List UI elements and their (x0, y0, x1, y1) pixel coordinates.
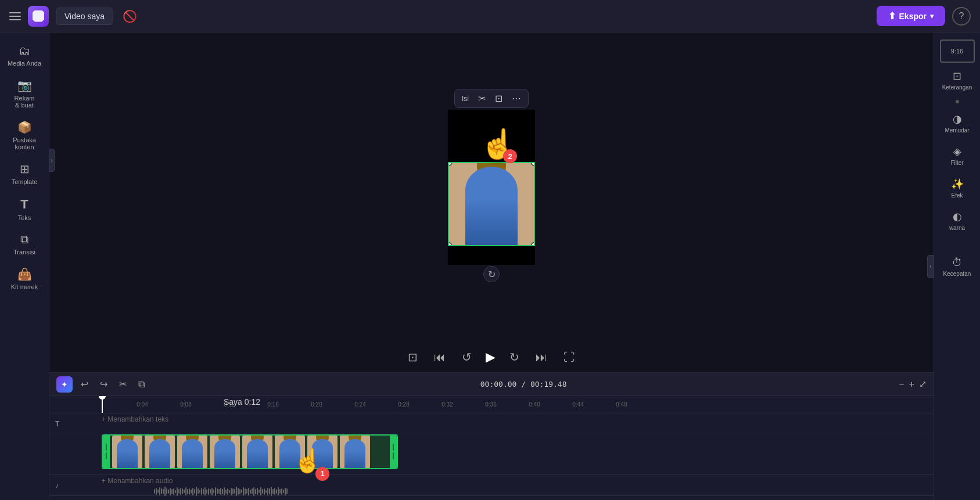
playback-controls: ⊡ ⏮ ↺ ▶ ↻ ⏭ ⛶ (49, 342, 934, 372)
back5-button[interactable]: ↺ (460, 348, 474, 366)
fit-button[interactable]: ⊡ (493, 92, 505, 105)
fwd5-button[interactable]: ↻ (507, 348, 522, 366)
timeline-label-text: Saya 0:12 (224, 397, 260, 407)
audio-track-icon: ♪ (55, 481, 59, 490)
aspect-ratio-button[interactable]: 9:16 (940, 39, 975, 63)
resize-handle-tl[interactable] (448, 162, 452, 166)
video-track-content: ☝ 1 (102, 434, 934, 475)
ruler-label-11: 0:48 (616, 401, 627, 408)
video-frame[interactable] (448, 162, 535, 246)
content-area: Isi ✂ ⊡ ⋯ (49, 33, 934, 500)
audio-track-content: + Menambahkan audio (102, 475, 934, 495)
play-button[interactable]: ▶ (486, 350, 496, 365)
audio-track-row: ♪ + Menambahkan audio (49, 475, 934, 496)
badge-1: 1 (315, 467, 329, 481)
topbar: Video saya 🚫 ⬆ Ekspor ▾ ? (0, 0, 980, 33)
divider-1 (956, 100, 959, 103)
right-panel-collapse[interactable]: ‹ (927, 255, 934, 278)
ruler-label-9: 0:40 (529, 401, 540, 408)
track-rows: T + Menambahkan teks (49, 413, 934, 500)
subtitle-toggle[interactable]: ⊡ (405, 348, 420, 366)
clip-thumb-8 (340, 436, 370, 468)
ruler-label-1: 0:08 (180, 401, 191, 408)
fullscreen-button[interactable]: ⛶ (561, 348, 577, 366)
clip-thumb-4 (210, 436, 240, 468)
sidebar-item-template[interactable]: ⊞ Template (3, 157, 45, 190)
prev-button[interactable]: ⏮ (432, 348, 448, 366)
ruler-label-5: 0:24 (354, 401, 365, 408)
right-item-fade[interactable]: ◑ Memudar (937, 108, 978, 138)
undo-button[interactable]: ↩ (77, 376, 92, 392)
clip-thumb-6 (275, 436, 305, 468)
expand-button[interactable]: ⤢ (919, 379, 927, 390)
sidebar-item-transition[interactable]: ⧉ Transisi (3, 228, 45, 260)
timeline-area: ✦ ↩ ↪ ✂ ⧉ 00:00.00 / 00:19.48 − + ⤢ (49, 372, 934, 500)
video-clip[interactable] (102, 434, 398, 469)
badge-2: 2 (503, 149, 517, 163)
help-button[interactable]: ? (952, 7, 971, 26)
zoom-out-button[interactable]: − (899, 379, 904, 390)
export-button[interactable]: ⬆ Ekspor ▾ (877, 6, 945, 26)
crop-button[interactable]: ✂ (476, 92, 488, 105)
timeline-time: 00:00.00 / 00:19.48 (480, 380, 567, 389)
video-canvas-container: Isi ✂ ⊡ ⋯ (448, 110, 535, 265)
audio-track-label: ♪ (49, 481, 102, 490)
add-audio-button[interactable]: + Menambahkan audio (102, 477, 173, 485)
person-silhouette (465, 167, 518, 245)
ruler-label-7: 0:32 (441, 401, 453, 408)
fade-icon: ◑ (953, 113, 962, 125)
effects-label: Efek (951, 192, 963, 199)
ruler-label-10: 0:44 (572, 401, 583, 408)
right-item-speed[interactable]: ⏱ Kecepatan (937, 252, 978, 282)
caption-label: Keterangan (942, 84, 972, 91)
right-item-filter[interactable]: ◈ Filter (937, 141, 978, 171)
sidebar-item-media[interactable]: 🗂 Media Anda (3, 39, 45, 71)
black-top (448, 110, 535, 162)
right-item-effects[interactable]: ✨ Efek (937, 173, 978, 203)
filter-icon: ◈ (953, 145, 961, 158)
sidebar-item-brand[interactable]: 👜 Kit merek (3, 262, 45, 295)
filter-label: Filter (950, 160, 963, 166)
color-icon: ◐ (953, 210, 962, 223)
sidebar-item-library[interactable]: 📦 Pustakakonten (3, 116, 45, 155)
main-layout: 🗂 Media Anda 📷 Rekam& buat 📦 Pustakakont… (0, 33, 980, 500)
chevron-icon: ▾ (930, 12, 934, 20)
more-button[interactable]: ⋯ (509, 92, 523, 105)
cut-button[interactable]: ✂ (116, 376, 130, 392)
export-label: Ekspor (899, 12, 927, 21)
transition-icon: ⧉ (20, 233, 28, 246)
record-icon: 📷 (17, 78, 32, 92)
redo-button[interactable]: ↪ (96, 376, 111, 392)
resize-handle-br[interactable] (531, 242, 535, 246)
sidebar-item-text[interactable]: T Teks (3, 192, 45, 226)
add-text-button[interactable]: + Menambahkan teks (102, 415, 168, 423)
app-logo (28, 6, 49, 27)
clip-handle-left[interactable] (103, 436, 110, 468)
rotate-handle[interactable]: ↻ (483, 266, 500, 282)
right-item-caption[interactable]: ⊡ Keterangan (937, 65, 978, 95)
sidebar-item-record[interactable]: 📷 Rekam& buat (3, 74, 45, 113)
zoom-in-button[interactable]: + (909, 379, 914, 390)
upload-icon: ⬆ (888, 10, 896, 21)
clip-handle-right[interactable] (390, 436, 397, 468)
menu-icon[interactable] (9, 12, 21, 20)
resize-handle-tr[interactable] (531, 162, 535, 166)
timeline-cursor[interactable] (102, 396, 103, 413)
speed-label: Kecepatan (943, 271, 971, 277)
fade-label: Memudar (945, 127, 969, 134)
video-canvas (448, 110, 535, 265)
sidebar-item-label-media: Media Anda (8, 60, 41, 67)
next-button[interactable]: ⏭ (533, 348, 550, 366)
toolbar-label: Isi (460, 95, 471, 103)
brand-icon: 👜 (17, 267, 32, 281)
project-name-button[interactable]: Video saya (56, 8, 113, 25)
resize-handle-bl[interactable] (448, 242, 452, 246)
color-label: warna (949, 225, 965, 231)
timeline-ruler: 0:04 0:08 0:12 0:16 0:20 0:24 0:28 0:32 … (49, 396, 934, 413)
magic-button[interactable]: ✦ (56, 376, 73, 393)
copy-button[interactable]: ⧉ (135, 377, 148, 392)
text-track-row: T + Menambahkan teks (49, 413, 934, 434)
left-sidebar-collapse[interactable]: › (49, 149, 55, 172)
right-item-color[interactable]: ◐ warna (937, 206, 978, 236)
video-toolbar: Isi ✂ ⊡ ⋯ (454, 89, 529, 108)
